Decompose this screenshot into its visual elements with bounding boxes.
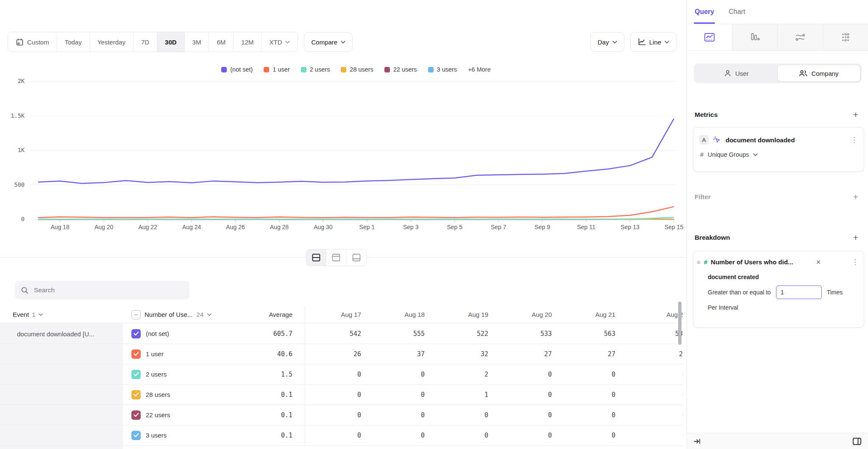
value-cell: 0 — [552, 391, 615, 399]
per-interval-label[interactable]: Per Interval — [693, 299, 864, 311]
average-value: 0.1 — [281, 391, 292, 399]
metric-event-name: document downloaded — [726, 136, 795, 144]
entity-user-label: User — [735, 70, 749, 77]
chart-config-buttons: Day Line — [590, 32, 676, 52]
series-checkbox[interactable] — [131, 390, 141, 399]
chart-type-line-chart[interactable] — [687, 24, 732, 50]
line-chart-icon — [704, 32, 715, 42]
date-range-7d[interactable]: 7D — [134, 32, 157, 52]
chart-type-button[interactable]: Line — [630, 32, 676, 52]
chart-legend: (not set)1 user2 users28 users22 users3 … — [38, 66, 674, 73]
legend-label: (not set) — [230, 66, 253, 73]
vertical-scrollbar[interactable] — [678, 302, 682, 345]
series-label: 3 users — [146, 432, 167, 439]
bar-chart-icon — [749, 32, 760, 42]
split-panel-icon[interactable] — [852, 437, 862, 446]
metrics-heading: Metrics — [695, 111, 718, 119]
average-value: 605.7 — [273, 330, 292, 338]
x-axis-tick: Sep 7 — [481, 224, 515, 230]
add-metric-button[interactable]: + — [851, 110, 860, 119]
date-range-custom[interactable]: Custom — [8, 32, 57, 52]
line-chart — [30, 78, 678, 227]
view-toggle-chart[interactable] — [326, 249, 346, 266]
average-header: Average — [269, 311, 292, 318]
y-axis-tick: 1K — [4, 147, 25, 153]
value-cell: 0 — [361, 432, 425, 439]
value-cell: 0 — [552, 432, 615, 439]
breakdown-card[interactable]: ≡ # Number of Users who did... × ⋮ docum… — [693, 251, 864, 328]
date-range-3m[interactable]: 3M — [185, 32, 209, 52]
chart-type-grid-dots[interactable] — [823, 24, 868, 50]
legend-swatch — [264, 67, 269, 72]
date-range-12m[interactable]: 12M — [234, 32, 262, 52]
date-range-yesterday[interactable]: Yesterday — [90, 32, 134, 52]
chart-type-bar-chart[interactable] — [732, 24, 778, 50]
average-value: 0.1 — [281, 432, 292, 439]
x-axis-tick: Sep 5 — [438, 224, 472, 230]
search-input[interactable] — [33, 286, 184, 294]
date-column-header: Aug 21 — [552, 311, 615, 318]
tab-chart[interactable]: Chart — [729, 0, 745, 24]
y-axis-tick: 2K — [4, 78, 25, 84]
view-toggle-table[interactable] — [346, 249, 366, 266]
series-checkbox[interactable] — [131, 370, 141, 379]
breakdown-table-body: (not set)605.75425555225335635361 user40… — [0, 324, 683, 446]
legend-item[interactable]: 28 users — [341, 66, 373, 73]
series-checkbox[interactable] — [131, 410, 141, 420]
legend-item[interactable]: 1 user — [264, 66, 289, 73]
table-row: 28 users0.1001000 — [0, 385, 683, 405]
chevron-down-icon — [612, 41, 617, 44]
chart-toolbar: CustomTodayYesterday7D30D3M6M12MXTD Comp… — [8, 32, 676, 52]
legend-more-button[interactable]: +6 More — [468, 66, 491, 73]
y-axis-tick: 1.5K — [4, 112, 25, 119]
date-range-today[interactable]: Today — [57, 32, 90, 52]
date-column-header: Aug 18 — [361, 311, 425, 318]
breakdown-kebab-menu[interactable]: ⋮ — [851, 258, 859, 266]
add-filter-button[interactable]: + — [851, 192, 860, 202]
legend-item[interactable]: 2 users — [301, 66, 330, 73]
event-column-header[interactable]: Event 1 — [0, 311, 123, 318]
group-column-header[interactable]: − Number of Use... 24 Average — [123, 310, 305, 319]
value-cell: 0 — [305, 411, 361, 419]
legend-item[interactable]: (not set) — [221, 66, 253, 73]
date-range-xtd[interactable]: XTD — [262, 32, 298, 52]
close-icon[interactable]: × — [816, 258, 821, 266]
compare-button[interactable]: Compare — [304, 32, 353, 52]
metric-card[interactable]: A document downloaded ⋮ # Unique Groups — [693, 127, 864, 172]
add-breakdown-button[interactable]: + — [851, 233, 860, 242]
entity-company[interactable]: Company — [777, 65, 860, 82]
tab-query[interactable]: Query — [695, 0, 714, 24]
chart-type-label: Line — [649, 39, 661, 46]
measure-selector[interactable]: Unique Groups — [708, 151, 749, 158]
breakdown-title: Number of Users who did... — [711, 258, 793, 266]
chart-type-flow[interactable] — [778, 24, 823, 50]
compare-label: Compare — [311, 39, 337, 46]
entity-user[interactable]: User — [695, 65, 777, 82]
y-axis-tick: 0 — [4, 216, 25, 222]
condition-value-input[interactable] — [776, 285, 822, 299]
condition-label: Greater than or equal to — [708, 289, 771, 296]
date-range-30d[interactable]: 30D — [157, 32, 185, 52]
date-column-headers: Aug 17Aug 18Aug 19Aug 20Aug 21Aug 22 — [305, 311, 683, 318]
collapse-panel-icon[interactable] — [693, 438, 701, 445]
legend-item[interactable]: 22 users — [384, 66, 417, 73]
granularity-button[interactable]: Day — [590, 32, 624, 52]
event-header-label: Event — [13, 311, 29, 318]
date-range-6m[interactable]: 6M — [209, 32, 234, 52]
value-cell: 27 — [488, 350, 552, 358]
analytics-app: CustomTodayYesterday7D30D3M6M12MXTD Comp… — [0, 0, 868, 449]
check-icon — [134, 433, 139, 438]
x-axis-tick: Sep 15 — [657, 224, 691, 230]
split-view-icon — [312, 253, 321, 262]
check-icon — [134, 392, 139, 397]
select-all-checkbox[interactable]: − — [131, 310, 141, 319]
breakdown-event-name[interactable]: document created — [693, 266, 864, 280]
series-checkbox[interactable] — [131, 329, 141, 338]
view-toggle-split[interactable] — [306, 249, 326, 266]
metric-kebab-menu[interactable]: ⋮ — [851, 136, 858, 144]
legend-item[interactable]: 3 users — [428, 66, 457, 73]
drag-handle-icon[interactable]: ≡ — [697, 259, 701, 265]
series-checkbox[interactable] — [131, 349, 141, 359]
sidebar-tabs: Query Chart — [687, 0, 868, 24]
series-checkbox[interactable] — [131, 431, 141, 440]
